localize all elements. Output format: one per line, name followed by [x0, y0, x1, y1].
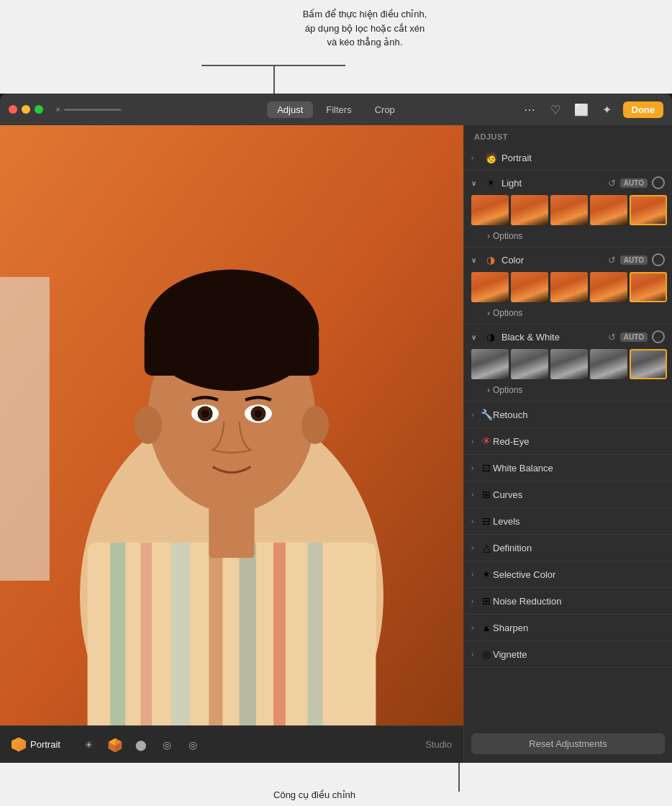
light-toggle[interactable] [652, 176, 665, 189]
color-row-label: Color [501, 255, 604, 266]
light-row: ∨ ☀ Light ↺ AUTO › [464, 171, 672, 248]
color-thumb-3[interactable] [550, 272, 588, 302]
light-row-header[interactable]: ∨ ☀ Light ↺ AUTO [464, 171, 672, 195]
tab-crop[interactable]: Crop [365, 101, 405, 118]
circle-tool-icon[interactable]: ⬤ [132, 736, 150, 753]
color-toggle[interactable] [652, 253, 665, 266]
done-button[interactable]: Done [623, 101, 664, 118]
reset-adjustments-button[interactable]: Reset Adjustments [471, 733, 665, 754]
magic-button[interactable]: ✦ [597, 99, 617, 119]
light-thumb-3[interactable] [550, 195, 588, 225]
light-thumbnail-strip [464, 195, 672, 230]
more-options-button[interactable]: ⋯ [519, 99, 540, 119]
photo-area: Portrait ☀ ⬤ ◎ ◎ [0, 125, 463, 763]
noisereduction-label: Noise Reduction [493, 596, 665, 607]
color-auto-badge[interactable]: AUTO [620, 255, 648, 265]
sharpen-icon: ▲ [480, 621, 493, 634]
retouch-row[interactable]: › 🔧 Retouch [464, 402, 672, 428]
portrait-label: Portrait [30, 739, 60, 750]
selectivecolor-label: Selective Color [493, 569, 665, 580]
sharpen-label: Sharpen [493, 622, 665, 633]
light-options-row[interactable]: › Options [464, 230, 672, 247]
levels-row[interactable]: › ⊟ Levels [464, 508, 672, 535]
levels-chevron: › [471, 517, 480, 525]
portrait-row-label: Portrait [501, 153, 665, 163]
svg-point-18 [201, 410, 209, 418]
vignette-chevron: › [471, 651, 480, 658]
color-thumb-5[interactable] [630, 272, 667, 302]
definition-chevron: › [471, 544, 480, 552]
color-row-header[interactable]: ∨ ◑ Color ↺ AUTO [464, 248, 672, 272]
color-options-row[interactable]: › Options [464, 307, 672, 324]
bw-row-header[interactable]: ∨ ◑ Black & White ↺ AUTO [464, 325, 672, 349]
title-bar-actions: ⋯ ♡ ⬜ ✦ Done [519, 99, 664, 119]
retouch-chevron: › [471, 411, 480, 419]
noisereduction-row[interactable]: › ⊞ Noise Reduction [464, 588, 672, 615]
levels-label: Levels [493, 516, 665, 527]
bottom-annotation-text: Công cụ điều chỉnh [273, 789, 355, 800]
target2-tool-icon[interactable]: ◎ [184, 736, 201, 753]
studio-label: Studio [425, 739, 452, 750]
definition-row[interactable]: › △ Definition [464, 535, 672, 561]
annotation-line-vertical [273, 65, 275, 94]
bw-undo-icon[interactable]: ↺ [608, 332, 616, 343]
selectivecolor-row[interactable]: › ✦ Selective Color [464, 561, 672, 588]
light-thumb-2[interactable] [511, 195, 548, 225]
color-row-icon: ◑ [484, 253, 497, 266]
color-row-actions: ↺ AUTO [608, 253, 665, 266]
portrait-svg [0, 125, 463, 763]
bw-thumb-1[interactable] [471, 349, 509, 379]
light-thumb-1[interactable] [471, 195, 509, 225]
curves-row[interactable]: › ⊞ Curves [464, 481, 672, 508]
light-thumb-5[interactable] [630, 195, 667, 225]
bw-thumb-5[interactable] [630, 349, 667, 379]
bw-thumb-3[interactable] [550, 349, 588, 379]
light-undo-icon[interactable]: ↺ [608, 178, 616, 189]
light-thumb-4[interactable] [590, 195, 627, 225]
reset-container: Reset Adjustments [464, 725, 672, 763]
bw-options-row[interactable]: › Options [464, 384, 672, 401]
light-auto-badge[interactable]: AUTO [620, 178, 648, 188]
tab-adjust[interactable]: Adjust [267, 101, 313, 118]
color-thumb-2[interactable] [511, 272, 548, 302]
favorite-button[interactable]: ♡ [545, 99, 566, 119]
svg-point-23 [301, 406, 329, 444]
svg-rect-2 [0, 277, 50, 581]
vignette-row[interactable]: › ◎ Vignette [464, 641, 672, 668]
color-thumb-1[interactable] [471, 272, 509, 302]
color-chevron: ∨ [471, 256, 480, 264]
redeye-row[interactable]: › 👁 Red-Eye [464, 428, 672, 455]
redeye-chevron: › [471, 438, 480, 445]
close-button[interactable] [9, 105, 17, 114]
cube-tool-icon[interactable] [106, 736, 124, 753]
bw-thumb-4[interactable] [590, 349, 627, 379]
minimize-button[interactable] [22, 105, 30, 114]
bw-auto-badge[interactable]: AUTO [620, 332, 648, 342]
bw-thumbnail-strip [464, 349, 672, 384]
whitebalance-icon: ⊡ [480, 461, 493, 474]
title-bar: ☀ Adjust Filters Crop ⋯ ♡ ⬜ ✦ Done [0, 94, 672, 125]
color-thumb-4[interactable] [590, 272, 627, 302]
portrait-row-header[interactable]: › 🧑 Portrait [464, 145, 672, 170]
noisereduction-chevron: › [471, 597, 480, 605]
color-undo-icon[interactable]: ↺ [608, 255, 616, 266]
brightness-slider[interactable]: ☀ [55, 106, 122, 114]
traffic-lights [9, 105, 43, 114]
retouch-icon: 🔧 [480, 408, 493, 421]
whitebalance-chevron: › [471, 464, 480, 472]
bw-toggle[interactable] [652, 330, 665, 343]
fullscreen-button[interactable] [35, 105, 43, 114]
target-tool-icon[interactable]: ◎ [158, 736, 176, 753]
bw-row: ∨ ◑ Black & White ↺ AUTO [464, 325, 672, 402]
noisereduction-icon: ⊞ [480, 594, 493, 607]
bw-row-icon: ◑ [484, 330, 497, 343]
share-button[interactable]: ⬜ [571, 99, 591, 119]
whitebalance-row[interactable]: › ⊡ White Balance [464, 455, 672, 481]
light-row-actions: ↺ AUTO [608, 176, 665, 189]
sun-tool-icon[interactable]: ☀ [81, 736, 98, 753]
sharpen-row[interactable]: › ▲ Sharpen [464, 615, 672, 641]
bw-thumb-2[interactable] [511, 349, 548, 379]
bottom-annotation: Công cụ điều chỉnh [0, 763, 672, 806]
tab-filters[interactable]: Filters [316, 101, 361, 118]
portrait-row: › 🧑 Portrait [464, 145, 672, 171]
